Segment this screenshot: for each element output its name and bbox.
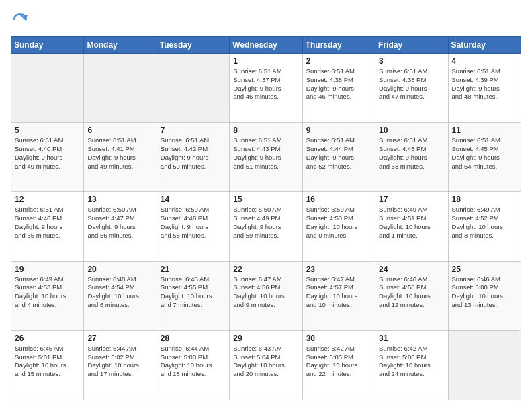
day-number: 18 bbox=[452, 195, 517, 204]
day-info: Sunrise: 6:47 AM Sunset: 4:57 PM Dayligh… bbox=[306, 275, 371, 310]
day-number: 15 bbox=[233, 195, 298, 204]
day-number: 2 bbox=[306, 56, 371, 66]
logo bbox=[11, 11, 32, 30]
day-cell-27: 27Sunrise: 6:44 AM Sunset: 5:02 PM Dayli… bbox=[84, 330, 157, 400]
day-cell-14: 14Sunrise: 6:50 AM Sunset: 4:48 PM Dayli… bbox=[157, 192, 229, 261]
day-cell-6: 6Sunrise: 6:51 AM Sunset: 4:41 PM Daylig… bbox=[84, 123, 157, 192]
day-cell-empty bbox=[448, 330, 521, 400]
col-header-saturday: Saturday bbox=[448, 37, 521, 54]
day-cell-25: 25Sunrise: 6:46 AM Sunset: 5:00 PM Dayli… bbox=[448, 261, 521, 330]
day-cell-16: 16Sunrise: 6:50 AM Sunset: 4:50 PM Dayli… bbox=[302, 192, 375, 261]
day-info: Sunrise: 6:50 AM Sunset: 4:48 PM Dayligh… bbox=[161, 205, 226, 240]
day-info: Sunrise: 6:48 AM Sunset: 4:54 PM Dayligh… bbox=[87, 275, 152, 310]
day-number: 10 bbox=[379, 126, 444, 135]
day-cell-19: 19Sunrise: 6:49 AM Sunset: 4:53 PM Dayli… bbox=[11, 261, 84, 330]
day-info: Sunrise: 6:51 AM Sunset: 4:41 PM Dayligh… bbox=[87, 136, 152, 171]
day-cell-5: 5Sunrise: 6:51 AM Sunset: 4:40 PM Daylig… bbox=[11, 123, 84, 192]
day-info: Sunrise: 6:50 AM Sunset: 4:47 PM Dayligh… bbox=[87, 205, 152, 240]
day-number: 20 bbox=[87, 265, 152, 274]
col-header-monday: Monday bbox=[84, 37, 157, 54]
day-info: Sunrise: 6:51 AM Sunset: 4:39 PM Dayligh… bbox=[452, 67, 517, 101]
day-number: 30 bbox=[306, 334, 371, 343]
day-number: 7 bbox=[161, 126, 226, 135]
day-number: 21 bbox=[161, 265, 226, 274]
col-header-wednesday: Wednesday bbox=[230, 37, 302, 54]
day-number: 23 bbox=[306, 265, 371, 274]
day-info: Sunrise: 6:44 AM Sunset: 5:02 PM Dayligh… bbox=[87, 345, 152, 379]
day-cell-13: 13Sunrise: 6:50 AM Sunset: 4:47 PM Dayli… bbox=[84, 192, 157, 261]
day-info: Sunrise: 6:51 AM Sunset: 4:45 PM Dayligh… bbox=[379, 136, 444, 171]
week-row-1: 5Sunrise: 6:51 AM Sunset: 4:40 PM Daylig… bbox=[11, 123, 521, 192]
day-cell-22: 22Sunrise: 6:47 AM Sunset: 4:56 PM Dayli… bbox=[230, 261, 302, 330]
day-info: Sunrise: 6:45 AM Sunset: 5:01 PM Dayligh… bbox=[15, 345, 80, 379]
col-header-thursday: Thursday bbox=[302, 37, 375, 54]
day-number: 6 bbox=[87, 126, 152, 135]
day-info: Sunrise: 6:51 AM Sunset: 4:38 PM Dayligh… bbox=[379, 67, 444, 101]
day-number: 25 bbox=[452, 265, 517, 274]
day-cell-31: 31Sunrise: 6:42 AM Sunset: 5:06 PM Dayli… bbox=[375, 330, 448, 400]
day-info: Sunrise: 6:49 AM Sunset: 4:53 PM Dayligh… bbox=[15, 275, 80, 310]
day-info: Sunrise: 6:48 AM Sunset: 4:55 PM Dayligh… bbox=[161, 275, 226, 310]
day-cell-15: 15Sunrise: 6:50 AM Sunset: 4:49 PM Dayli… bbox=[230, 192, 302, 261]
day-info: Sunrise: 6:51 AM Sunset: 4:38 PM Dayligh… bbox=[306, 67, 371, 101]
day-info: Sunrise: 6:49 AM Sunset: 4:52 PM Dayligh… bbox=[452, 205, 517, 240]
day-number: 29 bbox=[233, 334, 298, 343]
day-cell-9: 9Sunrise: 6:51 AM Sunset: 4:44 PM Daylig… bbox=[302, 123, 375, 192]
day-number: 1 bbox=[233, 56, 298, 66]
day-info: Sunrise: 6:50 AM Sunset: 4:50 PM Dayligh… bbox=[306, 205, 371, 240]
day-number: 3 bbox=[379, 56, 444, 66]
day-info: Sunrise: 6:47 AM Sunset: 4:56 PM Dayligh… bbox=[233, 275, 298, 310]
day-info: Sunrise: 6:42 AM Sunset: 5:05 PM Dayligh… bbox=[306, 345, 371, 379]
col-header-friday: Friday bbox=[375, 37, 448, 54]
day-cell-29: 29Sunrise: 6:43 AM Sunset: 5:04 PM Dayli… bbox=[230, 330, 302, 400]
week-row-3: 19Sunrise: 6:49 AM Sunset: 4:53 PM Dayli… bbox=[11, 261, 521, 330]
day-number: 14 bbox=[161, 195, 226, 204]
day-cell-30: 30Sunrise: 6:42 AM Sunset: 5:05 PM Dayli… bbox=[302, 330, 375, 400]
day-info: Sunrise: 6:51 AM Sunset: 4:37 PM Dayligh… bbox=[233, 67, 298, 101]
day-number: 19 bbox=[15, 265, 80, 274]
day-number: 16 bbox=[306, 195, 371, 204]
week-row-4: 26Sunrise: 6:45 AM Sunset: 5:01 PM Dayli… bbox=[11, 330, 521, 400]
day-info: Sunrise: 6:43 AM Sunset: 5:04 PM Dayligh… bbox=[233, 345, 298, 379]
day-cell-4: 4Sunrise: 6:51 AM Sunset: 4:39 PM Daylig… bbox=[448, 54, 521, 123]
day-cell-26: 26Sunrise: 6:45 AM Sunset: 5:01 PM Dayli… bbox=[11, 330, 84, 400]
day-cell-12: 12Sunrise: 6:51 AM Sunset: 4:46 PM Dayli… bbox=[11, 192, 84, 261]
header bbox=[11, 11, 521, 30]
day-number: 12 bbox=[15, 195, 80, 204]
day-cell-10: 10Sunrise: 6:51 AM Sunset: 4:45 PM Dayli… bbox=[375, 123, 448, 192]
day-info: Sunrise: 6:51 AM Sunset: 4:42 PM Dayligh… bbox=[161, 136, 226, 171]
col-header-tuesday: Tuesday bbox=[157, 37, 229, 54]
day-cell-1: 1Sunrise: 6:51 AM Sunset: 4:37 PM Daylig… bbox=[230, 54, 302, 123]
day-number: 5 bbox=[15, 126, 80, 135]
day-info: Sunrise: 6:49 AM Sunset: 4:51 PM Dayligh… bbox=[379, 205, 444, 240]
day-number: 17 bbox=[379, 195, 444, 204]
day-number: 4 bbox=[452, 56, 517, 66]
day-cell-28: 28Sunrise: 6:44 AM Sunset: 5:03 PM Dayli… bbox=[157, 330, 229, 400]
day-cell-empty bbox=[157, 54, 229, 123]
day-cell-empty bbox=[84, 54, 157, 123]
day-info: Sunrise: 6:46 AM Sunset: 4:58 PM Dayligh… bbox=[379, 275, 444, 310]
day-cell-21: 21Sunrise: 6:48 AM Sunset: 4:55 PM Dayli… bbox=[157, 261, 229, 330]
day-number: 31 bbox=[379, 334, 444, 343]
day-cell-11: 11Sunrise: 6:51 AM Sunset: 4:45 PM Dayli… bbox=[448, 123, 521, 192]
day-info: Sunrise: 6:51 AM Sunset: 4:40 PM Dayligh… bbox=[15, 136, 80, 171]
day-info: Sunrise: 6:51 AM Sunset: 4:43 PM Dayligh… bbox=[233, 136, 298, 171]
calendar: SundayMondayTuesdayWednesdayThursdayFrid… bbox=[11, 36, 521, 400]
day-cell-17: 17Sunrise: 6:49 AM Sunset: 4:51 PM Dayli… bbox=[375, 192, 448, 261]
day-cell-empty bbox=[11, 54, 84, 123]
day-cell-3: 3Sunrise: 6:51 AM Sunset: 4:38 PM Daylig… bbox=[375, 54, 448, 123]
page: SundayMondayTuesdayWednesdayThursdayFrid… bbox=[0, 0, 532, 411]
day-number: 26 bbox=[15, 334, 80, 343]
day-cell-8: 8Sunrise: 6:51 AM Sunset: 4:43 PM Daylig… bbox=[230, 123, 302, 192]
col-header-sunday: Sunday bbox=[11, 37, 84, 54]
day-info: Sunrise: 6:50 AM Sunset: 4:49 PM Dayligh… bbox=[233, 205, 298, 240]
week-row-2: 12Sunrise: 6:51 AM Sunset: 4:46 PM Dayli… bbox=[11, 192, 521, 261]
day-cell-18: 18Sunrise: 6:49 AM Sunset: 4:52 PM Dayli… bbox=[448, 192, 521, 261]
week-row-0: 1Sunrise: 6:51 AM Sunset: 4:37 PM Daylig… bbox=[11, 54, 521, 123]
day-cell-24: 24Sunrise: 6:46 AM Sunset: 4:58 PM Dayli… bbox=[375, 261, 448, 330]
day-number: 8 bbox=[233, 126, 298, 135]
day-number: 24 bbox=[379, 265, 444, 274]
day-cell-23: 23Sunrise: 6:47 AM Sunset: 4:57 PM Dayli… bbox=[302, 261, 375, 330]
day-number: 9 bbox=[306, 126, 371, 135]
day-cell-7: 7Sunrise: 6:51 AM Sunset: 4:42 PM Daylig… bbox=[157, 123, 229, 192]
